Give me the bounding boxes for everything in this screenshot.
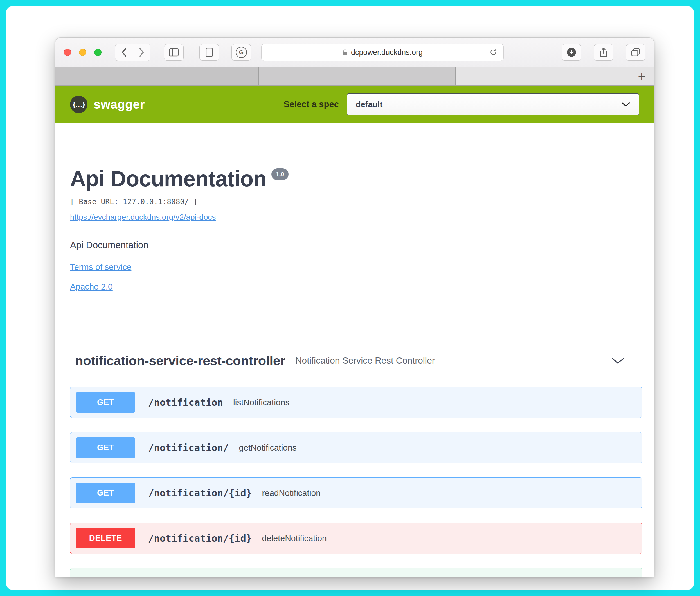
new-tab-button[interactable]: + (636, 70, 648, 83)
tab-1[interactable] (55, 67, 258, 85)
operation-path: /notification/{id} (148, 533, 252, 544)
share-button[interactable] (594, 44, 613, 60)
operation-row-get-notifications[interactable]: GET /notification/ getNotifications (70, 432, 642, 463)
method-badge: GET (76, 482, 135, 503)
tab-2[interactable] (258, 67, 455, 85)
terms-of-service-link[interactable]: Terms of service (70, 262, 131, 272)
reload-button[interactable] (488, 48, 499, 56)
operation-summary: getNotifications (239, 443, 297, 452)
lock-icon (342, 49, 347, 56)
operations-list: GET /notification listNotifications GET … (70, 387, 642, 577)
tag-description: Notification Service Rest Controller (295, 355, 435, 366)
zoom-window-button[interactable] (94, 49, 102, 56)
chevron-down-icon (621, 102, 630, 107)
tag-divider (70, 379, 642, 379)
forward-button[interactable] (133, 44, 150, 60)
swagger-brand-text: swagger (94, 97, 145, 111)
browser-window: G dcpower.duckdns.org (55, 38, 654, 577)
operation-row-list-notifications[interactable]: GET /notification listNotifications (70, 387, 642, 418)
tabs-icon (631, 48, 640, 56)
operation-path: /notification (148, 397, 223, 408)
swagger-topbar: {…} swagger Select a spec default (55, 85, 654, 123)
minimize-window-button[interactable] (79, 49, 86, 56)
api-description: Api Documentation (70, 240, 642, 250)
method-badge: GET (76, 392, 135, 413)
spec-select-dropdown[interactable]: default (347, 94, 639, 115)
document-icon (206, 48, 213, 57)
extension-button[interactable]: G (231, 44, 251, 60)
version-badge: 1.0 (271, 168, 289, 180)
license-link[interactable]: Apache 2.0 (70, 282, 113, 292)
screenshot-frame: G dcpower.duckdns.org (6, 6, 694, 590)
tag-name: notification-service-rest-controller (75, 353, 285, 368)
base-url-text: [ Base URL: 127.0.0.1:8080/ ] (70, 198, 642, 206)
address-bar[interactable]: dcpower.duckdns.org (261, 44, 504, 61)
select-spec-label: Select a spec (284, 99, 339, 109)
chevron-down-icon (611, 357, 625, 365)
close-window-button[interactable] (64, 49, 71, 56)
share-icon (599, 47, 608, 57)
operation-row-partial[interactable] (70, 568, 642, 577)
address-url-text: dcpower.duckdns.org (351, 48, 423, 57)
operation-path: /notification/ (148, 442, 229, 453)
extension-g-icon: G (236, 47, 247, 58)
operation-summary: listNotifications (233, 398, 289, 407)
page-document-button[interactable] (200, 44, 219, 60)
operation-row-read-notification[interactable]: GET /notification/{id} readNotification (70, 477, 642, 508)
sidebar-toggle-button[interactable] (164, 44, 184, 60)
swagger-logo-icon: {…} (70, 96, 87, 113)
page-title: Api Documentation (70, 168, 266, 190)
forward-icon (138, 48, 145, 57)
back-icon (121, 48, 127, 57)
downloads-button[interactable] (562, 44, 581, 60)
operation-summary: deleteNotification (262, 533, 327, 543)
operation-path: /notification/{id} (148, 488, 252, 499)
browser-toolbar: G dcpower.duckdns.org (55, 38, 654, 67)
tag-header[interactable]: notification-service-rest-controller Not… (70, 353, 642, 368)
download-icon (566, 47, 576, 57)
spec-select-value: default (356, 100, 383, 109)
back-button[interactable] (115, 44, 133, 60)
swagger-content: Api Documentation 1.0 [ Base URL: 127.0.… (55, 123, 654, 577)
toolbar-right-cluster (562, 44, 645, 60)
tag-collapse-button[interactable] (610, 357, 626, 365)
method-badge: DELETE (76, 528, 135, 548)
tab-bar: + (55, 67, 654, 85)
tab-overview-button[interactable] (626, 44, 645, 60)
tab-bar-empty-area: + (455, 67, 654, 85)
swagger-logo-glyph: {…} (73, 100, 85, 109)
history-nav-group (115, 44, 151, 61)
spec-url-link[interactable]: https://evcharger.duckdns.org/v2/api-doc… (70, 213, 216, 222)
method-badge: GET (76, 437, 135, 458)
sidebar-icon (169, 48, 179, 56)
reload-icon (489, 48, 497, 56)
operation-row-delete-notification[interactable]: DELETE /notification/{id} deleteNotifica… (70, 523, 642, 554)
operation-summary: readNotification (262, 488, 320, 498)
api-title-row: Api Documentation 1.0 (70, 168, 642, 190)
window-controls (64, 49, 102, 56)
